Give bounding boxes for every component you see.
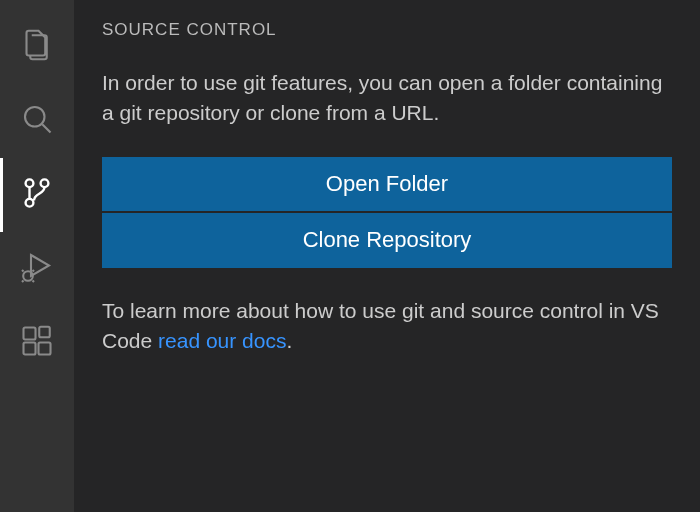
activity-item-extensions[interactable] (0, 306, 74, 380)
activity-item-source-control[interactable] (0, 158, 74, 232)
activity-bar (0, 0, 74, 512)
svg-line-8 (33, 270, 35, 272)
svg-line-7 (22, 270, 24, 272)
svg-rect-14 (39, 327, 50, 338)
scm-welcome-view: In order to use git features, you can op… (74, 48, 700, 357)
source-control-sidebar: SOURCE CONTROL In order to use git featu… (74, 0, 700, 512)
svg-rect-11 (24, 328, 36, 340)
activity-item-run-debug[interactable] (0, 232, 74, 306)
svg-line-1 (42, 124, 50, 132)
welcome-learn-more-text: To learn more about how to use git and s… (102, 296, 672, 357)
svg-point-0 (25, 107, 45, 127)
sidebar-title: SOURCE CONTROL (74, 0, 700, 48)
svg-point-4 (26, 199, 34, 207)
welcome-buttons: Open Folder Clone Repository (102, 157, 672, 268)
extensions-icon (19, 323, 55, 363)
svg-marker-5 (31, 255, 49, 276)
svg-rect-12 (24, 343, 36, 355)
run-debug-icon (19, 249, 55, 289)
activity-item-search[interactable] (0, 84, 74, 158)
read-our-docs-link[interactable]: read our docs (158, 329, 286, 352)
clone-repository-button[interactable]: Clone Repository (102, 213, 672, 267)
activity-item-explorer[interactable] (0, 10, 74, 84)
source-control-icon (19, 175, 55, 215)
welcome-intro-text: In order to use git features, you can op… (102, 68, 672, 129)
search-icon (19, 101, 55, 141)
files-icon (19, 27, 55, 67)
learn-more-suffix: . (286, 329, 292, 352)
svg-point-3 (26, 179, 34, 187)
open-folder-button[interactable]: Open Folder (102, 157, 672, 211)
svg-line-9 (22, 281, 24, 283)
svg-line-10 (33, 281, 35, 283)
svg-point-2 (41, 179, 49, 187)
svg-rect-13 (39, 343, 51, 355)
